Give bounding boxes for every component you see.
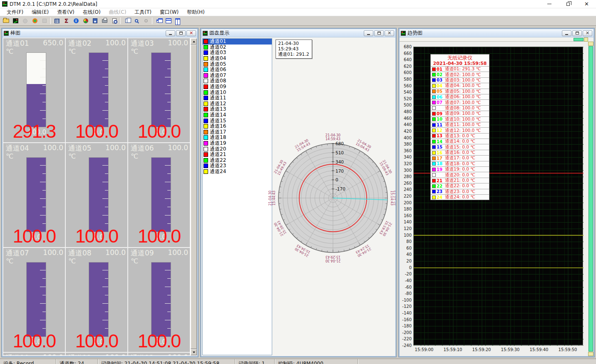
channel-list-item[interactable]: 通道24	[203, 169, 272, 175]
maximize-button[interactable]	[374, 30, 384, 36]
close-button[interactable]: ✕	[385, 30, 394, 36]
menu-item-6[interactable]: 工具(T)	[130, 9, 156, 16]
color-swatch	[432, 156, 436, 160]
scroll-up-button[interactable]	[588, 42, 594, 46]
y-tick-label: 540	[404, 90, 412, 94]
channel-value: 100.0	[3, 330, 65, 352]
app-restore-button[interactable]	[559, 0, 577, 8]
toolbar-tile-vertical-button[interactable]	[173, 17, 182, 25]
app-close-button[interactable]: ✕	[577, 0, 596, 8]
menu-item-8[interactable]: 帮助(H)	[183, 9, 209, 16]
toolbar-sigma-button[interactable]: Σ	[62, 17, 71, 25]
menu-item-2[interactable]: 编辑(E)	[27, 9, 53, 16]
toolbar-tile-horizontal-button[interactable]	[164, 17, 172, 25]
menu-item-4[interactable]: 在线(O)	[79, 9, 105, 16]
color-swatch	[204, 163, 208, 168]
scale-max: 100.0	[105, 353, 126, 355]
y-tick-label: 660	[404, 51, 412, 56]
gauge-track	[151, 157, 171, 232]
trend-horizontal-scrollbar[interactable]	[400, 37, 588, 42]
color-swatch	[432, 134, 436, 138]
scroll-thumb[interactable]	[191, 45, 197, 349]
color-swatch	[204, 84, 208, 89]
realtime-curve-icon	[13, 18, 18, 23]
minimize-button[interactable]	[562, 30, 571, 36]
y-tick-label: 480	[404, 109, 412, 114]
menu-item-5[interactable]: 曲线(C)	[105, 9, 131, 16]
channel-name: 通道01	[6, 39, 29, 48]
minimize-button[interactable]	[364, 30, 373, 36]
open-folder-icon	[3, 19, 9, 23]
close-button[interactable]: ✕	[186, 30, 196, 36]
toolbar-data-table-button[interactable]	[52, 17, 61, 25]
toolbar-record-button[interactable]	[30, 17, 39, 25]
channel-reading: 通道12: 100.0 ℃	[445, 128, 481, 133]
color-swatch	[204, 79, 208, 83]
legend-row: 12通道12: 100.0 ℃	[431, 127, 489, 133]
scroll-down-button[interactable]	[191, 349, 197, 355]
unit-label: ℃	[131, 257, 138, 265]
color-swatch	[432, 123, 436, 127]
legend-row: 24通道24: 0.0 ℃	[431, 194, 489, 200]
color-swatch	[432, 101, 436, 104]
channel-reading: 通道04: 100.0 ℃	[445, 83, 481, 88]
toolbar-copy-button[interactable]	[122, 17, 131, 25]
channel-number: 09	[437, 111, 443, 116]
legend-row: 07通道07: 100.0 ℃	[431, 99, 489, 105]
toolbar-print-preview-button[interactable]	[110, 17, 119, 25]
color-swatch	[432, 151, 436, 155]
y-tick-label: 0	[409, 265, 412, 270]
menu-item-3[interactable]: 查看(V)	[53, 9, 79, 16]
channel-name: 通道09	[131, 248, 154, 258]
bar-vertical-scrollbar[interactable]	[190, 38, 196, 355]
close-button[interactable]: ✕	[583, 30, 592, 36]
toolbar-realtime-curve-button[interactable]	[11, 17, 20, 25]
channel-list: 通道01通道02通道03通道04通道05通道06通道07通道08通道09通道10…	[202, 38, 272, 355]
trend-window-titlebar[interactable]: 趋势图 ✕	[400, 29, 594, 37]
channel-number: 20	[437, 173, 443, 177]
scale-max: 100.0	[168, 39, 188, 48]
app-minimize-button[interactable]	[540, 0, 559, 8]
toolbar-cascade-windows-button[interactable]	[154, 17, 163, 25]
toolbar-zoom-button[interactable]	[132, 17, 141, 25]
toolbar-print-button[interactable]	[100, 17, 109, 25]
toolbar-export-button[interactable]	[91, 17, 99, 25]
color-swatch	[432, 67, 436, 71]
unit-label: ℃	[6, 257, 13, 265]
x-tick-label: 15:59:50	[559, 347, 577, 352]
scroll-down-button[interactable]	[588, 352, 594, 356]
trend-vertical-scrollbar[interactable]	[588, 42, 594, 356]
scroll-thumb[interactable]	[574, 38, 584, 41]
y-tick-label: 500	[404, 103, 412, 107]
toolbar-info-button[interactable]: i	[72, 17, 80, 25]
gauge-header: 通道03100.0	[131, 39, 188, 48]
minimize-button[interactable]	[166, 30, 175, 36]
polar-chart-svg: 6805103401700-17021-04-3014:59:4321-04-3…	[263, 129, 395, 267]
scroll-thumb[interactable]	[589, 46, 593, 352]
legend-row: 20通道20: 0.0 ℃	[431, 172, 489, 177]
dial-window-titlebar[interactable]: 圆盘显示 ✕	[201, 29, 395, 37]
channel-value: 100.0	[66, 330, 127, 352]
y-tick-label: 80	[406, 239, 412, 244]
scroll-right-button[interactable]	[584, 37, 588, 42]
gauge-ticks-short	[167, 173, 171, 232]
bar-gauge-grid: 通道01650.0℃-200.0291.3通道02100.0℃0.0100.0通…	[3, 38, 190, 355]
y-tick-label: 260	[404, 181, 412, 186]
bar-window-titlebar[interactable]: 棒图 ✕	[2, 29, 197, 37]
app-titlebar[interactable]: DTM 2.0.1 [C:\DTM 2.0.2\RealData] ✕	[0, 0, 596, 8]
channel-number: 12	[437, 128, 443, 133]
svg-text:21-04-3014:59:43: 21-04-3014:59:43	[325, 134, 340, 141]
bar-gauge-cell: 通道02100.0℃0.0100.0	[66, 38, 127, 142]
gauge-ticks-short	[105, 69, 108, 127]
legend-row: 06通道06: 100.0 ℃	[431, 94, 489, 99]
toolbar-open-folder-button[interactable]	[2, 17, 10, 25]
legend-row: 15通道15: 0.0 ℃	[431, 144, 489, 149]
menu-item-7[interactable]: 窗口(W)	[156, 9, 183, 16]
toolbar-pie-button[interactable]	[81, 17, 90, 25]
trend-window-client: 6806606406206005805605405205004804604404…	[400, 37, 594, 356]
scroll-up-button[interactable]	[191, 38, 197, 45]
maximize-button[interactable]	[176, 30, 186, 36]
maximize-button[interactable]	[572, 30, 582, 36]
menu-item-1[interactable]: 文件(F)	[2, 9, 27, 16]
color-swatch	[432, 168, 436, 171]
